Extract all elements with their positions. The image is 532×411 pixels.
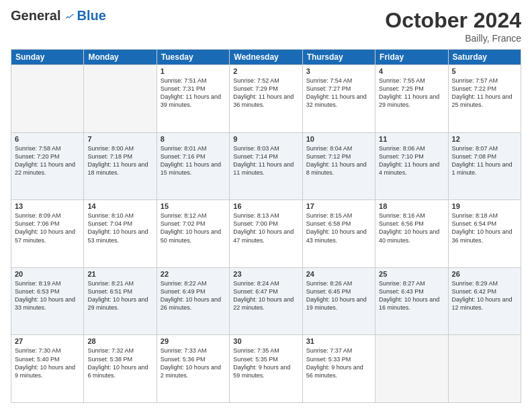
day-number: 13 [15, 202, 80, 210]
calendar-day-cell: 16Sunrise: 8:13 AMSunset: 7:00 PMDayligh… [230, 200, 302, 268]
calendar-day-cell: 9Sunrise: 8:03 AMSunset: 7:14 PMDaylight… [230, 132, 302, 200]
calendar-day-cell: 3Sunrise: 7:54 AMSunset: 7:27 PMDaylight… [302, 65, 375, 133]
day-info: Sunrise: 8:21 AMSunset: 6:51 PMDaylight:… [87, 279, 152, 312]
calendar-day-cell: 5Sunrise: 7:57 AMSunset: 7:22 PMDaylight… [448, 65, 521, 133]
day-info: Sunrise: 7:33 AMSunset: 5:36 PMDaylight:… [161, 347, 226, 379]
calendar-day-cell: 12Sunrise: 8:07 AMSunset: 7:08 PMDayligh… [448, 132, 521, 200]
calendar-day-cell: 13Sunrise: 8:09 AMSunset: 7:06 PMDayligh… [11, 200, 84, 268]
day-info: Sunrise: 7:52 AMSunset: 7:29 PMDaylight:… [233, 77, 298, 109]
calendar-table: SundayMondayTuesdayWednesdayThursdayFrid… [11, 49, 521, 403]
day-number: 18 [379, 202, 444, 210]
calendar-day-header: Friday [375, 50, 448, 65]
calendar-day-cell: 21Sunrise: 8:21 AMSunset: 6:51 PMDayligh… [84, 267, 157, 335]
day-number: 26 [452, 270, 517, 278]
day-info: Sunrise: 8:29 AMSunset: 6:42 PMDaylight:… [452, 279, 517, 312]
day-number: 11 [379, 135, 444, 143]
calendar-day-cell: 17Sunrise: 8:15 AMSunset: 6:58 PMDayligh… [302, 200, 375, 268]
calendar-day-header: Monday [84, 50, 157, 65]
calendar-header-row: SundayMondayTuesdayWednesdayThursdayFrid… [11, 50, 521, 65]
day-number: 6 [15, 135, 80, 143]
header: General Blue October 2024 Bailly, France [11, 8, 521, 44]
day-number: 21 [87, 270, 152, 278]
day-info: Sunrise: 8:03 AMSunset: 7:14 PMDaylight:… [233, 144, 298, 177]
day-info: Sunrise: 8:24 AMSunset: 6:47 PMDaylight:… [233, 279, 298, 312]
day-info: Sunrise: 7:58 AMSunset: 7:20 PMDaylight:… [15, 144, 80, 177]
logo-bird-icon [63, 10, 75, 22]
day-info: Sunrise: 8:15 AMSunset: 6:58 PMDaylight:… [306, 212, 371, 244]
calendar-week-row: 20Sunrise: 8:19 AMSunset: 6:53 PMDayligh… [11, 267, 521, 335]
calendar-day-cell: 24Sunrise: 8:26 AMSunset: 6:45 PMDayligh… [302, 267, 375, 335]
calendar-week-row: 6Sunrise: 7:58 AMSunset: 7:20 PMDaylight… [11, 132, 521, 200]
day-info: Sunrise: 8:26 AMSunset: 6:45 PMDaylight:… [306, 279, 371, 312]
day-number: 12 [452, 135, 517, 143]
calendar-day-cell: 19Sunrise: 8:18 AMSunset: 6:54 PMDayligh… [448, 200, 521, 268]
calendar-day-cell [375, 335, 448, 403]
day-number: 14 [87, 202, 152, 210]
calendar-day-cell: 18Sunrise: 8:16 AMSunset: 6:56 PMDayligh… [375, 200, 448, 268]
calendar-week-row: 13Sunrise: 8:09 AMSunset: 7:06 PMDayligh… [11, 200, 521, 268]
day-info: Sunrise: 8:19 AMSunset: 6:53 PMDaylight:… [15, 279, 80, 312]
day-number: 17 [306, 202, 371, 210]
calendar-day-cell: 23Sunrise: 8:24 AMSunset: 6:47 PMDayligh… [230, 267, 302, 335]
day-number: 31 [306, 337, 371, 345]
calendar-day-cell: 31Sunrise: 7:37 AMSunset: 5:33 PMDayligh… [302, 335, 375, 403]
calendar-day-cell: 1Sunrise: 7:51 AMSunset: 7:31 PMDaylight… [157, 65, 229, 133]
calendar-day-header: Tuesday [157, 50, 229, 65]
day-info: Sunrise: 7:32 AMSunset: 5:38 PMDaylight:… [87, 347, 152, 379]
day-number: 5 [452, 67, 517, 75]
calendar-day-cell: 2Sunrise: 7:52 AMSunset: 7:29 PMDaylight… [230, 65, 302, 133]
calendar-day-cell: 10Sunrise: 8:04 AMSunset: 7:12 PMDayligh… [302, 132, 375, 200]
day-number: 27 [15, 337, 80, 345]
day-info: Sunrise: 8:06 AMSunset: 7:10 PMDaylight:… [379, 144, 444, 177]
calendar-day-cell: 29Sunrise: 7:33 AMSunset: 5:36 PMDayligh… [157, 335, 229, 403]
day-number: 22 [161, 270, 226, 278]
calendar-day-cell: 4Sunrise: 7:55 AMSunset: 7:25 PMDaylight… [375, 65, 448, 133]
day-info: Sunrise: 8:18 AMSunset: 6:54 PMDaylight:… [452, 212, 517, 244]
day-number: 15 [161, 202, 226, 210]
day-info: Sunrise: 7:37 AMSunset: 5:33 PMDaylight:… [306, 347, 371, 379]
day-info: Sunrise: 7:55 AMSunset: 7:25 PMDaylight:… [379, 77, 444, 109]
day-info: Sunrise: 8:10 AMSunset: 7:04 PMDaylight:… [87, 212, 152, 244]
day-number: 9 [233, 135, 298, 143]
day-info: Sunrise: 8:22 AMSunset: 6:49 PMDaylight:… [161, 279, 226, 312]
calendar-day-cell: 27Sunrise: 7:30 AMSunset: 5:40 PMDayligh… [11, 335, 84, 403]
day-number: 23 [233, 270, 298, 278]
calendar-day-cell: 22Sunrise: 8:22 AMSunset: 6:49 PMDayligh… [157, 267, 229, 335]
calendar-week-row: 27Sunrise: 7:30 AMSunset: 5:40 PMDayligh… [11, 335, 521, 403]
calendar-day-cell: 28Sunrise: 7:32 AMSunset: 5:38 PMDayligh… [84, 335, 157, 403]
day-number: 1 [161, 67, 226, 75]
calendar-day-cell [84, 65, 157, 133]
day-number: 29 [161, 337, 226, 345]
calendar-day-cell [448, 335, 521, 403]
calendar-day-cell: 8Sunrise: 8:01 AMSunset: 7:16 PMDaylight… [157, 132, 229, 200]
day-info: Sunrise: 7:54 AMSunset: 7:27 PMDaylight:… [306, 77, 371, 109]
calendar-day-header: Sunday [11, 50, 84, 65]
day-number: 20 [15, 270, 80, 278]
day-info: Sunrise: 8:12 AMSunset: 7:02 PMDaylight:… [161, 212, 226, 244]
calendar-day-header: Saturday [448, 50, 521, 65]
day-number: 4 [379, 67, 444, 75]
calendar-day-header: Wednesday [230, 50, 302, 65]
day-info: Sunrise: 8:01 AMSunset: 7:16 PMDaylight:… [161, 144, 226, 177]
month-title: October 2024 [385, 8, 521, 33]
calendar-day-cell: 15Sunrise: 8:12 AMSunset: 7:02 PMDayligh… [157, 200, 229, 268]
day-number: 16 [233, 202, 298, 210]
page: General Blue October 2024 Bailly, France… [0, 0, 532, 411]
day-info: Sunrise: 8:09 AMSunset: 7:06 PMDaylight:… [15, 212, 80, 244]
calendar-day-cell [11, 65, 84, 133]
day-number: 10 [306, 135, 371, 143]
day-info: Sunrise: 8:13 AMSunset: 7:00 PMDaylight:… [233, 212, 298, 244]
day-number: 25 [379, 270, 444, 278]
day-info: Sunrise: 8:07 AMSunset: 7:08 PMDaylight:… [452, 144, 517, 177]
day-info: Sunrise: 7:57 AMSunset: 7:22 PMDaylight:… [452, 77, 517, 109]
calendar-day-header: Thursday [302, 50, 375, 65]
day-number: 8 [161, 135, 226, 143]
day-number: 28 [87, 337, 152, 345]
calendar-day-cell: 11Sunrise: 8:06 AMSunset: 7:10 PMDayligh… [375, 132, 448, 200]
day-number: 19 [452, 202, 517, 210]
location: Bailly, France [385, 33, 521, 44]
day-info: Sunrise: 8:04 AMSunset: 7:12 PMDaylight:… [306, 144, 371, 177]
day-info: Sunrise: 7:35 AMSunset: 5:35 PMDaylight:… [233, 347, 298, 379]
day-number: 7 [87, 135, 152, 143]
day-info: Sunrise: 7:30 AMSunset: 5:40 PMDaylight:… [15, 347, 80, 379]
